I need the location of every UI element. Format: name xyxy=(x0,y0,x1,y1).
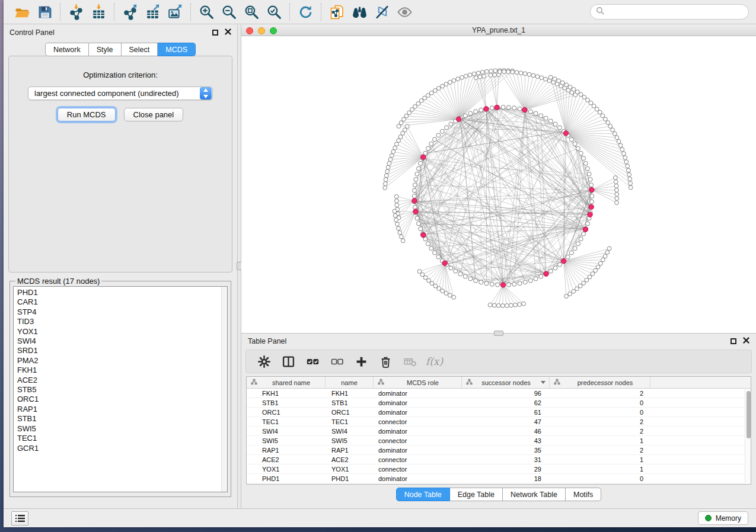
minimize-window-icon[interactable] xyxy=(258,27,265,34)
split-panel-icon[interactable] xyxy=(276,351,301,371)
cell-MCDS-role[interactable]: connector xyxy=(374,437,462,444)
cell-predecessor-nodes[interactable]: 2 xyxy=(550,390,650,397)
table-row[interactable]: STB1STB1dominator620 xyxy=(247,398,751,408)
cell-name[interactable]: ORC1 xyxy=(326,409,374,416)
network-canvas[interactable] xyxy=(241,36,756,333)
mcds-result-item[interactable]: SRD1 xyxy=(17,346,227,355)
mcds-result-item[interactable]: SWI5 xyxy=(17,424,227,434)
cell-name[interactable]: ACE2 xyxy=(326,456,374,463)
node-table[interactable]: shared namenameMCDS rolesuccessor nodesp… xyxy=(246,376,751,485)
cell-MCDS-role[interactable]: connector xyxy=(374,418,462,425)
table-row[interactable]: TEC1TEC1connector472 xyxy=(247,417,751,427)
column-header-predecessor-nodes[interactable]: predecessor nodes xyxy=(550,377,650,388)
cell-shared-name[interactable]: SWI4 xyxy=(247,428,326,435)
add-column-icon[interactable] xyxy=(349,351,374,371)
tab-style[interactable]: Style xyxy=(89,43,122,56)
cell-predecessor-nodes[interactable]: 0 xyxy=(550,409,650,416)
cell-predecessor-nodes[interactable]: 2 xyxy=(550,428,650,435)
table-row[interactable]: YOX1YOX1connector291 xyxy=(247,464,751,474)
mcds-result-item[interactable]: TID3 xyxy=(17,317,227,326)
zoom-out-icon[interactable] xyxy=(218,2,240,22)
tab-mcds[interactable]: MCDS xyxy=(158,43,196,56)
export-network-icon[interactable] xyxy=(119,2,141,22)
network-frame-titlebar[interactable]: YPA_prune.txt_1 xyxy=(241,25,756,36)
maximize-window-icon[interactable] xyxy=(270,27,277,34)
sort-indicator-icon[interactable] xyxy=(541,381,546,384)
cell-successor-nodes[interactable]: 62 xyxy=(462,399,550,406)
tab-edge-table[interactable]: Edge Table xyxy=(450,488,503,501)
cell-successor-nodes[interactable]: 96 xyxy=(462,390,550,397)
cell-name[interactable]: TEC1 xyxy=(326,418,374,425)
cell-predecessor-nodes[interactable]: 1 xyxy=(550,456,650,463)
cell-name[interactable]: SWI5 xyxy=(326,437,374,444)
mcds-result-item[interactable]: PHD1 xyxy=(17,288,227,297)
table-row[interactable]: FKH1FKH1dominator962 xyxy=(247,389,751,398)
mcds-result-item[interactable]: STP4 xyxy=(17,307,227,317)
save-session-icon[interactable] xyxy=(33,2,56,22)
cell-predecessor-nodes[interactable]: 0 xyxy=(550,475,650,482)
table-scrollbar[interactable] xyxy=(745,389,751,483)
clone-network-icon[interactable] xyxy=(326,2,348,22)
function-builder-icon[interactable]: f(x) xyxy=(422,351,446,371)
cell-shared-name[interactable]: ORC1 xyxy=(247,409,326,416)
column-header-name[interactable]: name xyxy=(326,377,374,388)
table-row[interactable]: SWI4SWI4dominator462 xyxy=(247,427,751,436)
export-table-icon[interactable] xyxy=(141,2,164,22)
mcds-result-item[interactable]: RAP1 xyxy=(17,405,227,414)
cell-predecessor-nodes[interactable]: 0 xyxy=(550,399,650,406)
cell-predecessor-nodes[interactable]: 1 xyxy=(550,437,650,444)
vertical-splitter[interactable] xyxy=(237,25,241,508)
close-table-panel-icon[interactable] xyxy=(743,337,749,345)
cell-MCDS-role[interactable]: dominator xyxy=(374,399,462,406)
network-graph[interactable] xyxy=(241,36,756,333)
mcds-result-item[interactable]: STB1 xyxy=(17,414,227,424)
import-network-icon[interactable] xyxy=(65,2,87,22)
cell-shared-name[interactable]: ACE2 xyxy=(247,456,326,463)
export-image-icon[interactable] xyxy=(164,2,186,22)
cell-successor-nodes[interactable]: 31 xyxy=(462,456,550,463)
tab-motifs[interactable]: Motifs xyxy=(566,488,601,501)
open-session-icon[interactable] xyxy=(11,2,33,22)
cell-successor-nodes[interactable]: 47 xyxy=(462,418,550,425)
cell-shared-name[interactable]: SWI5 xyxy=(247,437,326,444)
cell-name[interactable]: RAP1 xyxy=(326,447,374,454)
table-row[interactable]: ACE2ACE2connector311 xyxy=(247,455,751,464)
mcds-result-item[interactable]: YOX1 xyxy=(17,327,227,336)
cell-MCDS-role[interactable]: dominator xyxy=(374,475,462,482)
cell-name[interactable]: SWI4 xyxy=(326,428,374,435)
float-panel-button[interactable] xyxy=(212,30,218,36)
column-header-MCDS-role[interactable]: MCDS role xyxy=(374,377,462,388)
import-table-icon[interactable] xyxy=(87,2,110,22)
memory-button[interactable]: Memory xyxy=(698,511,748,525)
mcds-result-item[interactable]: FKH1 xyxy=(17,366,227,375)
table-row[interactable]: RAP1RAP1dominator352 xyxy=(247,446,751,455)
table-row[interactable]: ORC1ORC1dominator610 xyxy=(247,408,751,417)
search-input[interactable] xyxy=(604,8,743,16)
tab-select[interactable]: Select xyxy=(122,43,158,56)
refresh-layout-icon[interactable] xyxy=(294,2,317,22)
cell-name[interactable]: YOX1 xyxy=(326,466,374,473)
mcds-result-item[interactable]: PMA2 xyxy=(17,356,227,366)
mcds-result-item[interactable]: ORC1 xyxy=(17,395,227,404)
cell-shared-name[interactable]: YOX1 xyxy=(247,466,326,473)
delete-table-icon[interactable] xyxy=(398,351,422,371)
horizontal-splitter-handle[interactable] xyxy=(494,331,503,336)
mcds-result-item[interactable]: STB5 xyxy=(17,385,227,395)
mcds-result-item[interactable]: TEC1 xyxy=(17,434,227,443)
toggle-graphics-details-icon[interactable] xyxy=(371,2,393,22)
zoom-fit-icon[interactable] xyxy=(240,2,263,22)
search-neighbors-icon[interactable] xyxy=(348,2,371,22)
table-row[interactable]: SWI5SWI5connector431 xyxy=(247,436,751,446)
cell-shared-name[interactable]: RAP1 xyxy=(247,447,326,454)
close-panel-icon[interactable] xyxy=(225,28,231,37)
result-list-scrollbar[interactable] xyxy=(221,287,227,492)
cell-MCDS-role[interactable]: dominator xyxy=(374,390,462,397)
cell-MCDS-role[interactable]: dominator xyxy=(374,428,462,435)
cell-MCDS-role[interactable]: connector xyxy=(374,466,462,473)
table-row[interactable]: PHD1PHD1dominator180 xyxy=(247,474,751,483)
mcds-result-item[interactable]: GCR1 xyxy=(17,444,227,453)
tab-network[interactable]: Network xyxy=(45,43,89,56)
run-mcds-button[interactable]: Run MCDS xyxy=(58,108,116,121)
cell-shared-name[interactable]: TEC1 xyxy=(247,418,326,425)
mcds-result-item[interactable]: SWI4 xyxy=(17,336,227,346)
